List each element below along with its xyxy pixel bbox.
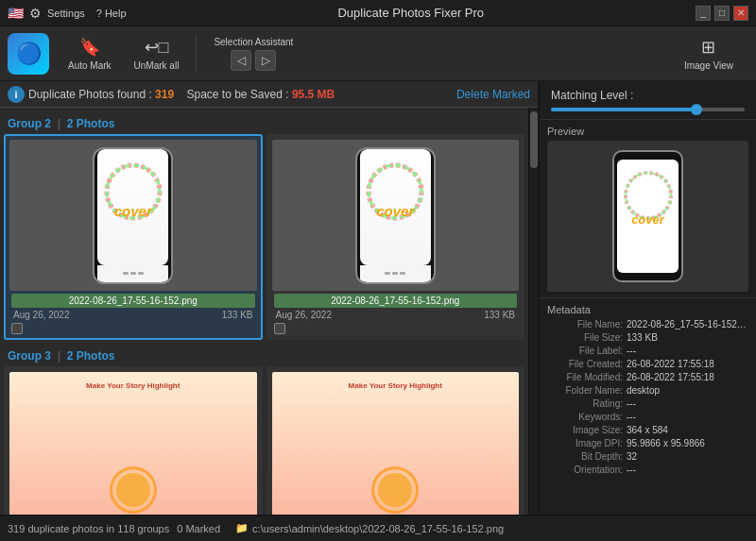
meta-val-filelabel: ---	[627, 346, 748, 356]
photo-thumb-4: Make Your Story Highlight	[272, 372, 520, 515]
photo-filename-1: 2022-08-26_17-55-16-152.png	[11, 294, 255, 308]
meta-val-imagesize: 364 x 584	[627, 425, 748, 435]
preview-label: Preview	[547, 126, 748, 137]
selection-btn-2[interactable]: ▷	[255, 50, 276, 71]
photo-checkbox-1[interactable]	[11, 323, 23, 334]
photo-item-3[interactable]: Make Your Story Highlight	[4, 366, 263, 515]
story-text-2: Make Your Story Highlight	[349, 381, 442, 390]
matching-section: Matching Level :	[540, 81, 756, 120]
photo-thumb-2: cover	[272, 140, 520, 291]
phone-mock-1: cover	[93, 147, 173, 284]
meta-key-filesize: File Size:	[547, 332, 623, 343]
slider-thumb[interactable]	[691, 104, 702, 115]
right-panel: Matching Level : Preview cover	[539, 81, 756, 515]
photo-meta-1: Aug 26, 2022 133 KB	[11, 308, 255, 320]
photo-thumb-1: cover	[9, 140, 257, 291]
matching-slider[interactable]	[551, 108, 745, 111]
toolbar: 🔵 🔖 Auto Mark ↩□ UnMark all Selection As…	[0, 26, 756, 81]
minimize-button[interactable]: _	[696, 6, 711, 21]
duplicate-count: 319	[155, 88, 174, 101]
photo-row-group3: Make Your Story Highlight	[4, 366, 524, 515]
photo-item-2[interactable]: cover 2022-08-26_17-55-16-152.png Aug 26…	[266, 134, 525, 340]
space-saved: 95.5 MB	[292, 88, 335, 101]
flag-icon: 🇺🇸	[8, 6, 24, 21]
matching-label: Matching Level :	[551, 89, 745, 102]
unmark-button[interactable]: ↩□ UnMark all	[125, 30, 189, 77]
meta-row-orientation: Orientation: ---	[547, 465, 748, 475]
meta-key-rating: Rating:	[547, 398, 623, 409]
maximize-button[interactable]: □	[714, 6, 730, 21]
photo-meta-2: Aug 26, 2022 133 KB	[274, 308, 518, 320]
info-bar: i Duplicate Photos found : 319 Space to …	[0, 81, 538, 108]
delete-marked-link[interactable]: Delete Marked	[456, 88, 530, 101]
preview-screen: cover	[617, 160, 679, 273]
photo-row-group2: cover 2022-08-26_17-55-16-152.png Aug 26…	[4, 134, 524, 340]
meta-key-filelabel: File Label:	[547, 346, 623, 356]
meta-key-folder: Folder Name:	[547, 385, 623, 396]
meta-val-filesize: 133 KB	[627, 332, 748, 343]
folder-icon: 📁	[235, 522, 249, 534]
meta-val-folder: desktop	[627, 385, 748, 396]
meta-val-orientation: ---	[627, 465, 748, 475]
close-button[interactable]: ✕	[733, 6, 748, 21]
duplicate-count-text: Duplicate Photos found : 319 Space to be…	[28, 88, 335, 101]
metadata-section: Metadata File Name: 2022-08-26_17-55-16-…	[540, 298, 756, 515]
meta-key-modified: File Modified:	[547, 372, 623, 382]
title-bar-left: 🇺🇸 ⚙ Settings ? Help	[8, 6, 127, 21]
meta-row-keywords: Keywords: ---	[547, 412, 748, 422]
cover-text-2: cover	[376, 203, 414, 219]
preview-section: Preview cover	[540, 120, 756, 298]
meta-key-orientation: Orientation:	[547, 465, 623, 475]
window-controls: _ □ ✕	[696, 6, 748, 21]
filepath-area: 📁 c:\users\admin\desktop\2022-08-26_17-5…	[235, 522, 504, 534]
settings-label[interactable]: Settings	[47, 8, 85, 19]
selection-assistant: Selection Assistant ◁ ▷	[204, 33, 302, 75]
title-bar: 🇺🇸 ⚙ Settings ? Help Duplicate Photos Fi…	[0, 0, 756, 26]
photo-filename-2: 2022-08-26_17-55-16-152.png	[274, 294, 518, 308]
scroll-thumb[interactable]	[530, 111, 538, 168]
image-view-label: Image View	[684, 60, 733, 71]
status-bar: 319 duplicate photos in 118 groups 0 Mar…	[0, 515, 756, 541]
app-logo: 🔵	[8, 33, 49, 75]
automark-icon: 🔖	[79, 37, 100, 58]
meta-val-keywords: ---	[627, 412, 748, 422]
meta-row-rating: Rating: ---	[547, 398, 748, 409]
image-view-button[interactable]: ⊞ Image View	[673, 33, 745, 75]
settings-flag: ⚙	[29, 6, 42, 21]
main-area: i Duplicate Photos found : 319 Space to …	[0, 81, 756, 515]
preview-cover-text: cover	[631, 212, 664, 227]
preview-image: cover	[547, 141, 748, 292]
photo-item-1[interactable]: cover 2022-08-26_17-55-16-152.png Aug 26…	[4, 134, 263, 340]
meta-row-modified: File Modified: 26-08-2022 17:55:18	[547, 372, 748, 382]
cover-text-1: cover	[114, 203, 152, 219]
meta-row-created: File Created: 26-08-2022 17:55:18	[547, 359, 748, 369]
meta-val-modified: 26-08-2022 17:55:18	[627, 372, 748, 382]
list-scrollbar[interactable]	[528, 108, 538, 515]
meta-row-filelabel: File Label: ---	[547, 346, 748, 356]
selection-buttons: ◁ ▷	[231, 50, 276, 71]
info-icon: i	[8, 86, 25, 103]
photo-list: Group 2 | 2 Photos	[0, 108, 528, 515]
automark-button[interactable]: 🔖 Auto Mark	[59, 30, 121, 77]
meta-key-bitdepth: Bit Depth:	[547, 451, 623, 462]
meta-key-created: File Created:	[547, 359, 623, 369]
meta-row-bitdepth: Bit Depth: 32	[547, 451, 748, 462]
group-header-2: Group 2 | 2 Photos	[4, 111, 524, 134]
meta-row-filesize: File Size: 133 KB	[547, 332, 748, 343]
meta-key-dpi: Image DPI:	[547, 438, 623, 448]
meta-row-imagesize: Image Size: 364 x 584	[547, 425, 748, 435]
phone-screen-2: cover	[360, 149, 431, 265]
toolbar-separator-1	[196, 35, 197, 73]
photo-checkbox-2[interactable]	[274, 323, 285, 334]
phone-screen-1: cover	[97, 149, 168, 265]
photo-thumb-3: Make Your Story Highlight	[9, 372, 257, 515]
meta-key-keywords: Keywords:	[547, 412, 623, 422]
meta-val-filename: 2022-08-26_17-55-16-152.png	[627, 319, 748, 330]
help-label[interactable]: ? Help	[96, 8, 127, 19]
filepath-text: c:\users\admin\desktop\2022-08-26_17-55-…	[252, 523, 504, 534]
photo-item-4[interactable]: Make Your Story Highlight	[266, 366, 525, 515]
slider-fill	[551, 108, 696, 111]
metadata-label: Metadata	[547, 304, 748, 315]
selection-btn-1[interactable]: ◁	[231, 50, 251, 71]
unmark-label: UnMark all	[134, 60, 180, 71]
